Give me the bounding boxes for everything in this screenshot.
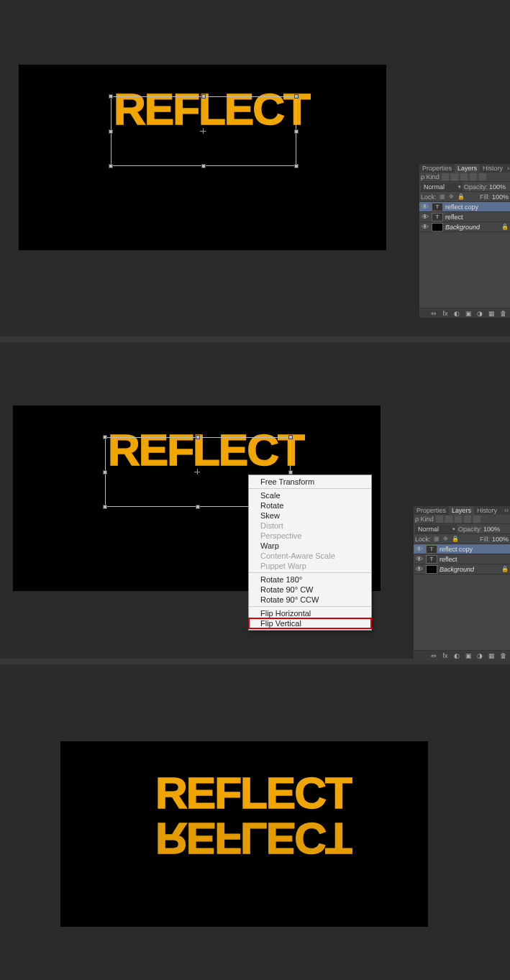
menu-flip-vertical[interactable]: Flip Vertical	[249, 618, 371, 628]
tab-history[interactable]: History	[480, 164, 506, 173]
menu-distort: Distort	[249, 521, 371, 531]
fx-icon[interactable]: fx	[441, 652, 450, 659]
lock-pixels-icon[interactable]: ▦	[433, 536, 440, 543]
handle-mid-left[interactable]	[103, 470, 107, 475]
handle-mid-left[interactable]	[109, 129, 113, 134]
filter-smart-icon[interactable]	[479, 173, 486, 180]
trash-icon[interactable]: 🗑	[498, 310, 507, 317]
new-group-icon[interactable]: ▣	[464, 652, 473, 659]
adjustment-icon[interactable]: ◑	[475, 310, 484, 317]
menu-separator	[249, 606, 371, 607]
fill-value[interactable]: 100%	[492, 193, 509, 201]
opacity-label: Opacity:	[464, 183, 488, 191]
visibility-toggle[interactable]: 👁	[421, 223, 429, 232]
handle-top-left[interactable]	[103, 435, 107, 439]
layer-name[interactable]: Background	[445, 224, 480, 231]
layer-row-reflect[interactable]: 👁 reflect	[414, 554, 510, 564]
menu-rotate[interactable]: Rotate	[249, 500, 371, 510]
layers-panel: Properties Layers History ›› ρ Kind Norm…	[419, 164, 510, 318]
filter-pixel-icon[interactable]	[442, 173, 449, 180]
filter-shape-icon[interactable]	[464, 516, 471, 523]
mask-icon[interactable]: ◐	[452, 652, 461, 659]
handle-top-right[interactable]	[288, 435, 293, 439]
visibility-toggle[interactable]: 👁	[415, 545, 424, 554]
handle-bottom-left[interactable]	[103, 505, 107, 509]
new-layer-icon[interactable]: ▦	[487, 310, 496, 317]
menu-flip-horizontal[interactable]: Flip Horizontal	[249, 608, 371, 618]
tab-history[interactable]: History	[474, 506, 500, 515]
adjustment-icon[interactable]: ◑	[475, 652, 484, 659]
layer-name[interactable]: reflect	[440, 556, 457, 563]
layer-name[interactable]: reflect copy	[440, 546, 473, 553]
menu-rotate-180[interactable]: Rotate 180°	[249, 574, 371, 585]
handle-bottom-right[interactable]	[294, 164, 299, 168]
opacity-value[interactable]: 100%	[483, 526, 500, 533]
lock-all-icon[interactable]: 🔒	[452, 536, 459, 543]
opacity-label: Opacity:	[458, 526, 482, 533]
visibility-toggle[interactable]: 👁	[421, 213, 429, 221]
filter-type-icon[interactable]	[455, 516, 462, 523]
menu-free-transform[interactable]: Free Transform	[249, 477, 371, 487]
layer-name[interactable]: reflect copy	[445, 203, 478, 211]
tab-properties[interactable]: Properties	[414, 506, 449, 515]
fx-icon[interactable]: fx	[441, 310, 450, 317]
mask-icon[interactable]: ◐	[452, 310, 461, 317]
filter-shape-icon[interactable]	[470, 173, 477, 180]
handle-mid-right[interactable]	[294, 129, 299, 134]
transform-anchor[interactable]	[194, 469, 201, 476]
visibility-toggle[interactable]: 👁	[421, 203, 429, 211]
tab-properties[interactable]: Properties	[419, 164, 455, 173]
lock-position-icon[interactable]: ✥	[448, 193, 455, 201]
tab-layers[interactable]: Layers	[449, 506, 474, 515]
layer-row-reflect-copy[interactable]: 👁 reflect copy	[419, 202, 510, 212]
lock-all-icon[interactable]: 🔒	[457, 193, 465, 201]
opacity-value[interactable]: 100%	[489, 183, 506, 191]
fill-value[interactable]: 100%	[492, 536, 509, 543]
lock-pixels-icon[interactable]: ▦	[439, 193, 446, 201]
trash-icon[interactable]: 🗑	[498, 652, 507, 659]
document-canvas[interactable]: REFLECT	[19, 65, 386, 250]
filter-adjust-icon[interactable]	[445, 516, 452, 523]
new-group-icon[interactable]: ▣	[464, 310, 473, 317]
filter-type-icon[interactable]	[460, 173, 468, 180]
tab-layers[interactable]: Layers	[455, 164, 480, 173]
panel-collapse-icon[interactable]: ››	[503, 507, 510, 514]
fill-label: Fill:	[480, 193, 490, 201]
visibility-toggle[interactable]: 👁	[415, 565, 424, 574]
handle-bottom-left[interactable]	[109, 164, 113, 168]
handle-bottom-center[interactable]	[196, 505, 200, 509]
layer-name[interactable]: Background	[440, 566, 474, 573]
handle-bottom-center[interactable]	[201, 164, 206, 168]
filter-pixel-icon[interactable]	[436, 516, 443, 523]
link-layers-icon[interactable]: ⇔	[429, 310, 438, 317]
menu-scale[interactable]: Scale	[249, 490, 371, 500]
handle-mid-right[interactable]	[288, 470, 293, 475]
menu-warp[interactable]: Warp	[249, 541, 371, 551]
link-layers-icon[interactable]: ⇔	[429, 652, 438, 659]
transform-anchor[interactable]	[200, 128, 207, 135]
blend-mode-select[interactable]: Normal	[421, 183, 463, 191]
handle-top-center[interactable]	[201, 94, 206, 99]
handle-top-center[interactable]	[196, 435, 200, 439]
transform-bounding-box[interactable]	[111, 96, 296, 166]
menu-skew[interactable]: Skew	[249, 510, 371, 521]
filter-smart-icon[interactable]	[473, 516, 481, 523]
document-canvas[interactable]: REFLECT REFLECT	[60, 741, 428, 927]
layer-row-background[interactable]: 👁 Background 🔒	[414, 564, 510, 574]
layer-row-reflect[interactable]: 👁 reflect	[419, 212, 510, 222]
layer-row-background[interactable]: 👁 Background 🔒	[419, 222, 510, 232]
new-layer-icon[interactable]: ▦	[487, 652, 496, 659]
handle-top-left[interactable]	[109, 94, 113, 99]
visibility-toggle[interactable]: 👁	[415, 555, 424, 564]
blend-mode-select[interactable]: Normal	[415, 525, 457, 533]
layer-name[interactable]: reflect	[445, 214, 463, 221]
menu-rotate-90-cw[interactable]: Rotate 90° CW	[249, 585, 371, 595]
lock-position-icon[interactable]: ✥	[442, 536, 450, 543]
menu-puppet-warp: Puppet Warp	[249, 561, 371, 571]
menu-rotate-90-ccw[interactable]: Rotate 90° CCW	[249, 595, 371, 605]
filter-adjust-icon[interactable]	[451, 173, 458, 180]
panel-collapse-icon[interactable]: ››	[506, 165, 510, 172]
blend-row: Normal Opacity: 100%	[414, 524, 510, 534]
handle-top-right[interactable]	[294, 94, 299, 99]
layer-row-reflect-copy[interactable]: 👁 reflect copy	[414, 544, 510, 554]
